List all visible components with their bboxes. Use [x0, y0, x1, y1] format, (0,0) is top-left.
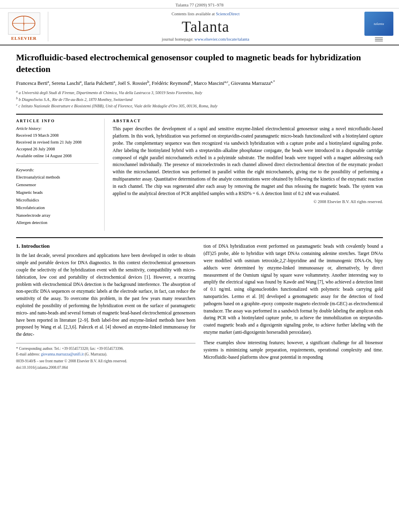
info-divider: [16, 163, 99, 164]
keyword-5: Microfabrication: [16, 204, 99, 212]
keyword-2: Genosensor: [16, 181, 99, 189]
keyword-4: Microfluidics: [16, 197, 99, 204]
article-info-column: ARTICLE INFO Article history: Received 1…: [16, 119, 105, 231]
intro-paragraph-1: In the last decade, several procedures a…: [16, 252, 195, 338]
article-info-label: ARTICLE INFO: [16, 119, 99, 123]
issn-line: 0039-9140/$ – see front matter © 2008 El…: [16, 358, 195, 364]
body-right-column: tion of DNA hybridization event performe…: [204, 243, 383, 370]
intro-paragraph-2: tion of DNA hybridization event performe…: [204, 243, 383, 336]
authors-line: Francesca Bertia, Serena Laschia, Ilaria…: [16, 79, 383, 87]
journal-homepage-link[interactable]: www.elsevier.com/locate/talanta: [194, 37, 249, 41]
keywords-block: Keywords: Electroanalytical methods Geno…: [16, 167, 99, 227]
talanta-cover-image: talanta: [364, 12, 393, 36]
history-label: Article history:: [16, 125, 99, 132]
abstract-text: This paper describes the development of …: [113, 125, 383, 197]
keyword-3: Magnetic beads: [16, 189, 99, 197]
elsevier-label: ELSEVIER: [11, 36, 37, 41]
keyword-7: Allergen detection: [16, 219, 99, 227]
sciencedirect-link[interactable]: ScienceDirect: [216, 12, 240, 16]
elsevier-logo-section: ⚕ ELSEVIER: [4, 12, 48, 41]
accepted-date: Accepted 26 July 2008: [16, 146, 99, 153]
main-body-section: 1. Introduction In the last decade, seve…: [16, 237, 383, 370]
introduction-heading: 1. Introduction: [16, 243, 195, 249]
journal-header: ⚕ ELSEVIER Contents lists available at S…: [0, 8, 399, 45]
introduction-text-right: tion of DNA hybridization event performe…: [204, 243, 383, 361]
citation-text: Talanta 77 (2009) 971–978: [175, 2, 223, 7]
talanta-logo-box: talanta: [363, 12, 395, 41]
revised-date: Received in revised form 21 July 2008: [16, 139, 99, 146]
article-container: Microfluidic-based electrochemical genos…: [0, 45, 399, 377]
journal-homepage-line: journal homepage: www.elsevier.com/locat…: [162, 37, 249, 41]
copyright-line: © 2008 Elsevier B.V. All rights reserved…: [113, 199, 383, 204]
top-citation-bar: Talanta 77 (2009) 971–978: [0, 0, 399, 8]
article-history-block: Article history: Received 19 March 2008 …: [16, 125, 99, 159]
affiliation-c: c c Istituto Nazionale Biostrutture e Bi…: [16, 103, 383, 109]
online-date: Available online 14 August 2008: [16, 153, 99, 160]
affiliation-b: b b DiagnoSwiss S.A., Rte de l'Ile-au-Bo…: [16, 96, 383, 103]
svg-text:⚕: ⚕: [23, 22, 25, 26]
affiliation-a: a a Università degli Studi di Firenze, D…: [16, 89, 383, 96]
footnote-star: * Corresponding author. Tel.: +39 055457…: [16, 346, 195, 351]
article-title: Microfluidic-based electrochemical genos…: [16, 52, 383, 75]
journal-center-section: Contents lists available at ScienceDirec…: [52, 12, 359, 41]
article-info-abstract-section: ARTICLE INFO Article history: Received 1…: [16, 114, 383, 231]
introduction-text-left: In the last decade, several procedures a…: [16, 252, 195, 338]
abstract-column: ABSTRACT This paper describes the develo…: [113, 119, 383, 231]
keywords-label: Keywords:: [16, 167, 99, 174]
journal-title: Talanta: [182, 18, 229, 35]
footnote-email-link[interactable]: giovanna.marrazza@unifi.it: [41, 352, 84, 356]
body-left-column: 1. Introduction In the last decade, seve…: [16, 243, 195, 370]
sciencedirect-line: Contents lists available at ScienceDirec…: [171, 12, 239, 16]
lines-decoration: [375, 37, 383, 41]
footnote-email: E-mail address: giovanna.marrazza@unifi.…: [16, 351, 195, 357]
affiliations: a a Università degli Studi di Firenze, D…: [16, 89, 383, 109]
keyword-1: Electroanalytical methods: [16, 174, 99, 181]
footnote-area: * Corresponding author. Tel.: +39 055457…: [16, 343, 195, 370]
keyword-6: Nanoelectrode array: [16, 212, 99, 220]
doi-line: doi:10.1016/j.talanta.2008.07.064: [16, 365, 195, 370]
elsevier-logo-image: ⚕: [8, 12, 40, 35]
intro-paragraph-3: These examples show interesting features…: [204, 339, 383, 361]
received-date: Received 19 March 2008: [16, 132, 99, 139]
abstract-label: ABSTRACT: [113, 119, 383, 123]
keywords-list: Electroanalytical methods Genosensor Mag…: [16, 174, 99, 227]
